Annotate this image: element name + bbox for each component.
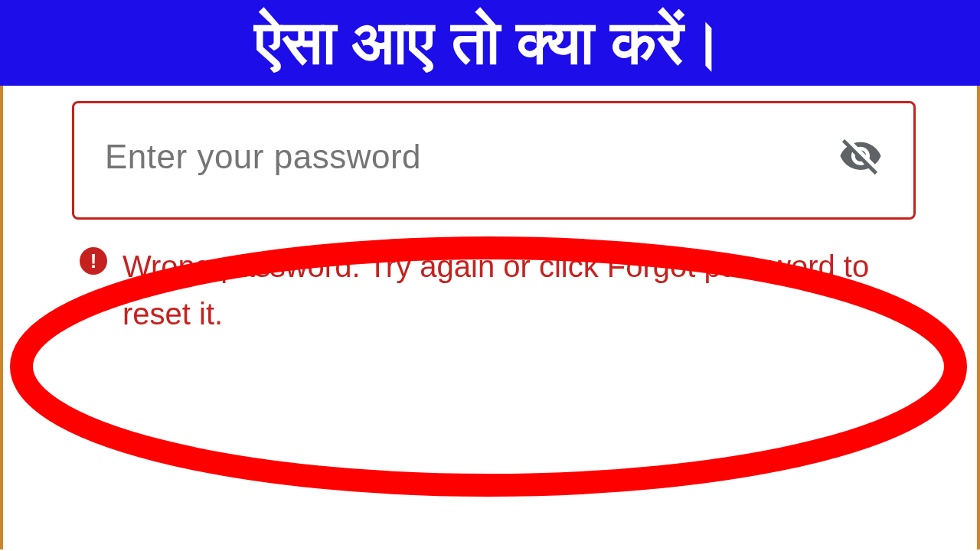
password-input-container[interactable]: Enter your password (72, 101, 916, 220)
error-text: Wrong password. Try again or click Forgo… (122, 243, 908, 337)
error-icon: ! (80, 247, 107, 275)
hide-password-icon[interactable] (838, 135, 883, 179)
content-area: Enter your password ! Wrong password. Tr… (0, 86, 980, 549)
password-placeholder: Enter your password (105, 138, 421, 176)
title-banner: ऐसा आए तो क्या करें। (0, 0, 980, 86)
error-icon-symbol: ! (90, 251, 97, 271)
banner-text: ऐसा आए तो क्या करें। (255, 8, 725, 77)
error-message-row: ! Wrong password. Try again or click For… (72, 243, 916, 337)
